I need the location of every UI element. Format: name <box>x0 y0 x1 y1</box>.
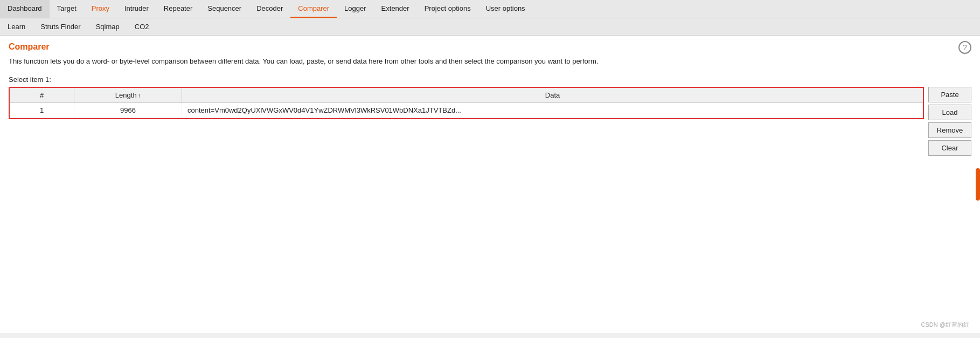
col-header-data[interactable]: Data <box>182 88 923 102</box>
side-buttons: Paste Load Remove Clear <box>928 87 971 156</box>
main-content: ? Comparer This function lets you do a w… <box>0 36 980 333</box>
nav-comparer[interactable]: Comparer <box>290 0 337 18</box>
nav-co2[interactable]: CO2 <box>127 18 157 35</box>
nav-repeater[interactable]: Repeater <box>156 0 200 18</box>
data-table: # Length↑ Data 1 9966 content=Vm0wd2QyUX… <box>9 87 924 119</box>
load-button[interactable]: Load <box>928 105 971 120</box>
col-header-hash[interactable]: # <box>10 88 74 102</box>
nav-sequencer[interactable]: Sequencer <box>200 0 249 18</box>
cell-length-1: 9966 <box>74 103 182 118</box>
nav-project-options[interactable]: Project options <box>417 0 478 18</box>
table-row[interactable]: 1 9966 content=Vm0wd2QyUXlVWGxWV0d4V1YwZ… <box>10 103 923 118</box>
nav-user-options[interactable]: User options <box>478 0 533 18</box>
nav-proxy[interactable]: Proxy <box>84 0 117 18</box>
scrollbar-indicator <box>976 168 980 201</box>
nav-struts-finder[interactable]: Struts Finder <box>33 18 88 35</box>
sort-arrow-length: ↑ <box>138 92 141 99</box>
page-title: Comparer <box>9 42 971 52</box>
col-header-length[interactable]: Length↑ <box>74 88 182 102</box>
clear-button[interactable]: Clear <box>928 140 971 156</box>
help-icon[interactable]: ? <box>958 41 971 54</box>
nav-decoder[interactable]: Decoder <box>249 0 290 18</box>
cell-hash-1: 1 <box>10 103 74 118</box>
cell-data-1: content=Vm0wd2QyUXlVWGxWV0d4V1YwZDRWMVl3… <box>182 103 923 118</box>
nav-intruder[interactable]: Intruder <box>117 0 156 18</box>
nav-target[interactable]: Target <box>50 0 84 18</box>
nav-dashboard[interactable]: Dashboard <box>0 0 50 18</box>
nav-learn[interactable]: Learn <box>0 18 33 35</box>
paste-button[interactable]: Paste <box>928 87 971 102</box>
nav-row-1: Dashboard Target Proxy Intruder Repeater… <box>0 0 980 18</box>
nav-logger[interactable]: Logger <box>337 0 373 18</box>
nav-extender[interactable]: Extender <box>374 0 417 18</box>
remove-button[interactable]: Remove <box>928 122 971 138</box>
select-item-label: Select item 1: <box>9 75 971 84</box>
page-description: This function lets you do a word- or byt… <box>9 56 971 67</box>
nav-row-2: Learn Struts Finder Sqlmap CO2 <box>0 18 980 36</box>
nav-sqlmap[interactable]: Sqlmap <box>88 18 127 35</box>
table-header: # Length↑ Data <box>10 88 923 103</box>
watermark: CSDN @红蓝的红 <box>921 321 969 329</box>
table-area: # Length↑ Data 1 9966 content=Vm0wd2QyUX… <box>9 87 971 156</box>
app-container: Dashboard Target Proxy Intruder Repeater… <box>0 0 980 333</box>
